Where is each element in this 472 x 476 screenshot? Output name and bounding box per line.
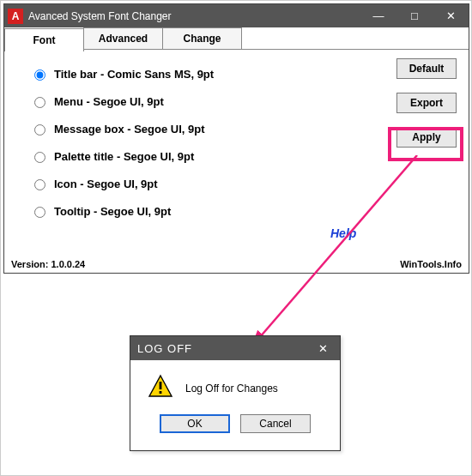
radio-title-bar[interactable]: Title bar - Comic Sans MS, 9pt (30, 67, 214, 81)
radio-label: Menu - Segoe UI, 9pt (54, 95, 164, 108)
window-buttons: — □ ✕ (360, 4, 469, 27)
warning-icon (148, 374, 173, 402)
dialog-message: Log Off for Changes (185, 383, 278, 395)
dialog-titlebar[interactable]: LOG OFF ✕ (130, 336, 340, 360)
dialog-close-button[interactable]: ✕ (307, 342, 340, 355)
dialog-body: Log Off for Changes (130, 360, 340, 409)
radio-icon[interactable]: Icon - Segoe UI, 9pt (30, 177, 214, 190)
radio-input[interactable] (34, 207, 45, 218)
help-link[interactable]: Help (330, 226, 356, 240)
window-title: Avanced System Font Changer (27, 10, 360, 22)
default-button[interactable]: Default (396, 58, 457, 79)
radio-input[interactable] (34, 152, 45, 163)
close-button[interactable]: ✕ (433, 4, 469, 27)
radio-input[interactable] (34, 97, 45, 108)
tab-change[interactable]: Change (162, 27, 242, 49)
font-option-list: Title bar - Comic Sans MS, 9pt Menu - Se… (30, 67, 214, 232)
radio-input[interactable] (34, 179, 45, 190)
tab-bar: Font Advanced Change (4, 27, 469, 50)
radio-label: Palette title - Segoe UI, 9pt (54, 150, 194, 163)
export-button[interactable]: Export (396, 93, 457, 113)
svg-text:A: A (12, 10, 20, 22)
content-area: Title bar - Comic Sans MS, 9pt Menu - Se… (4, 50, 469, 256)
tab-font[interactable]: Font (4, 28, 84, 51)
radio-message-box[interactable]: Message box - Segoe UI, 9pt (30, 122, 214, 136)
apply-button[interactable]: Apply (396, 127, 457, 148)
minimize-button[interactable]: — (360, 4, 396, 27)
ok-button[interactable]: OK (160, 414, 230, 433)
svg-rect-5 (160, 391, 162, 394)
action-buttons: Default Export Apply (396, 58, 457, 148)
cancel-button[interactable]: Cancel (240, 414, 311, 433)
tab-advanced[interactable]: Advanced (83, 27, 163, 49)
radio-input[interactable] (34, 124, 45, 136)
radio-label: Icon - Segoe UI, 9pt (54, 178, 158, 190)
logoff-dialog: LOG OFF ✕ Log Off for Changes OK Cancel (130, 335, 341, 451)
radio-input[interactable] (34, 69, 45, 81)
titlebar[interactable]: A Avanced System Font Changer — □ ✕ (4, 4, 469, 27)
radio-label: Title bar - Comic Sans MS, 9pt (54, 68, 214, 81)
main-window: A Avanced System Font Changer — □ ✕ Font… (3, 3, 469, 274)
statusbar: Version: 1.0.0.24 WinTools.Info (4, 256, 469, 273)
radio-label: Tooltip - Segoe UI, 9pt (54, 205, 171, 218)
radio-menu[interactable]: Menu - Segoe UI, 9pt (30, 94, 214, 108)
dialog-title: LOG OFF (137, 342, 192, 355)
radio-palette-title[interactable]: Palette title - Segoe UI, 9pt (30, 149, 214, 163)
radio-label: Message box - Segoe UI, 9pt (54, 123, 205, 136)
radio-tooltip[interactable]: Tooltip - Segoe UI, 9pt (30, 204, 214, 218)
maximize-button[interactable]: □ (396, 4, 433, 27)
app-icon: A (4, 9, 27, 24)
svg-rect-4 (160, 382, 162, 389)
site-label: WinTools.Info (400, 259, 462, 269)
version-label: Version: 1.0.0.24 (11, 259, 85, 269)
dialog-button-row: OK Cancel (130, 409, 340, 442)
